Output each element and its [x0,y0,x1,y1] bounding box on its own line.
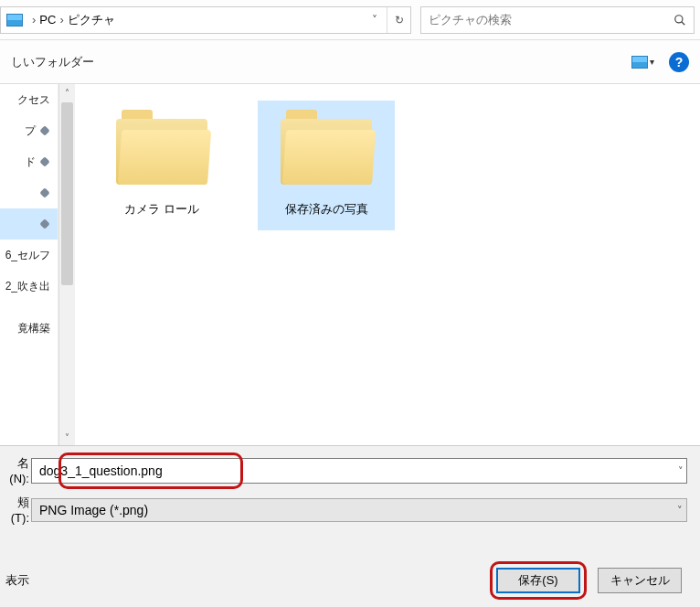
pin-icon [39,218,50,229]
chevron-right-icon: › [59,13,63,27]
chevron-down-icon: ˅ [677,504,683,516]
address-bar[interactable]: › PC › ピクチャ ˅ ↻ [0,6,411,34]
hide-folders-toggle[interactable]: 表示 [0,572,29,589]
navigation-sidebar: クセス プ ド 6_セルフ 2_吹き出 竟構築 [0,84,58,445]
search-input[interactable] [421,13,666,27]
cancel-button[interactable]: キャンセル [598,568,682,593]
chevron-down-icon[interactable]: ˅ [678,464,684,476]
pin-icon [39,187,50,198]
chevron-right-icon: › [32,13,36,27]
view-options-button[interactable]: ▾ [631,56,654,69]
sidebar-item-quick-access[interactable]: クセス [0,84,58,115]
sidebar-item[interactable]: プ [0,115,58,146]
folder-content-area[interactable]: カメラ ロール 保存済みの写真 [75,84,700,445]
svg-line-1 [682,21,685,25]
filename-label: 名(N): [0,455,31,485]
annotation-ring: 保存(S) [490,561,587,600]
folder-label: 保存済みの写真 [261,201,391,218]
pictures-library-icon [6,14,23,27]
scrollbar-thumb[interactable] [61,102,73,285]
scroll-up-icon[interactable]: ˄ [59,84,75,101]
folder-camera-roll[interactable]: カメラ ロール [93,101,230,230]
sidebar-item[interactable]: 2_吹き出 [0,271,58,302]
search-box[interactable] [420,6,695,34]
address-history-dropdown[interactable]: ˅ [363,7,387,33]
svg-point-0 [675,15,683,22]
help-icon[interactable]: ? [669,52,689,72]
filename-input[interactable] [31,458,687,484]
thumbnail-icon [631,56,648,69]
filetype-value: PNG Image (*.png) [39,503,148,517]
save-button[interactable]: 保存(S) [496,568,580,593]
sidebar-item[interactable] [0,177,58,208]
filetype-label: 頬(T): [0,495,31,525]
folder-icon [281,110,372,185]
refresh-icon[interactable]: ↻ [387,7,410,33]
search-icon[interactable] [666,7,694,33]
sidebar-item[interactable]: 竟構築 [0,313,58,344]
filetype-select[interactable]: PNG Image (*.png) ˅ [31,498,687,522]
breadcrumb-folder[interactable]: ピクチャ [68,12,115,28]
pin-icon [39,156,50,167]
sidebar-item-current[interactable] [0,208,58,240]
scroll-down-icon[interactable]: ˅ [59,429,75,445]
breadcrumb-pc[interactable]: PC [39,13,56,27]
folder-saved-pictures[interactable]: 保存済みの写真 [258,101,395,230]
pin-icon [39,125,50,136]
folder-label: カメラ ロール [97,201,227,218]
sidebar-scrollbar[interactable]: ˄ ˅ [58,84,75,445]
sidebar-item[interactable]: ド [0,146,58,177]
sidebar-item[interactable]: 6_セルフ [0,240,58,271]
folder-icon [116,110,207,185]
new-folder-button[interactable]: しいフォルダー [11,54,94,70]
